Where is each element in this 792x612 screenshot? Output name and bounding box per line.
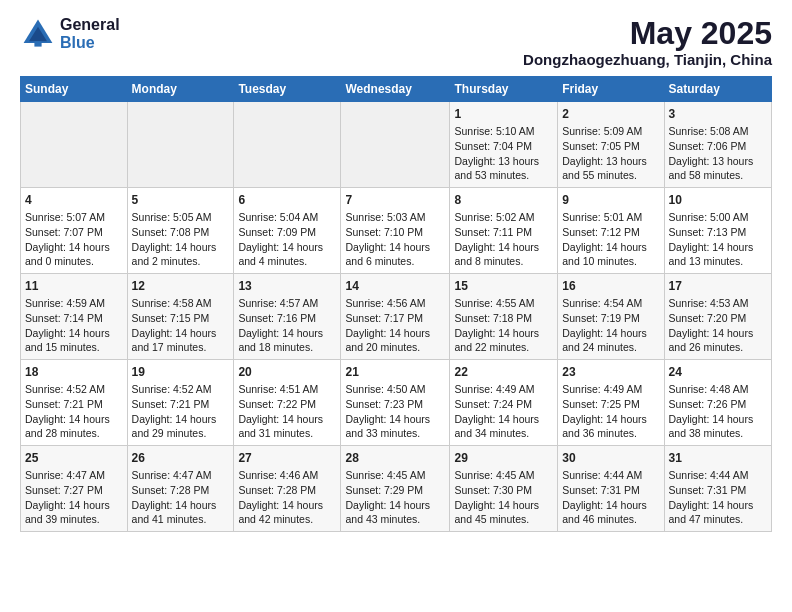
header: General Blue May 2025 Dongzhaogezhuang, … [20,16,772,68]
cell-w5-d2: 27Sunrise: 4:46 AMSunset: 7:28 PMDayligh… [234,445,341,531]
cell-w4-d0: 18Sunrise: 4:52 AMSunset: 7:21 PMDayligh… [21,360,128,446]
cell-w2-d1: 5Sunrise: 5:05 AMSunset: 7:08 PMDaylight… [127,188,234,274]
day-number: 27 [238,450,336,466]
day-info: Sunrise: 4:52 AMSunset: 7:21 PMDaylight:… [25,382,123,441]
cell-w3-d3: 14Sunrise: 4:56 AMSunset: 7:17 PMDayligh… [341,274,450,360]
day-info: Sunrise: 4:57 AMSunset: 7:16 PMDaylight:… [238,296,336,355]
cell-w2-d5: 9Sunrise: 5:01 AMSunset: 7:12 PMDaylight… [558,188,664,274]
day-info: Sunrise: 5:01 AMSunset: 7:12 PMDaylight:… [562,210,659,269]
day-info: Sunrise: 5:05 AMSunset: 7:08 PMDaylight:… [132,210,230,269]
cell-w1-d5: 2Sunrise: 5:09 AMSunset: 7:05 PMDaylight… [558,102,664,188]
day-number: 22 [454,364,553,380]
cell-w3-d5: 16Sunrise: 4:54 AMSunset: 7:19 PMDayligh… [558,274,664,360]
cell-w1-d4: 1Sunrise: 5:10 AMSunset: 7:04 PMDaylight… [450,102,558,188]
title-block: May 2025 Dongzhaogezhuang, Tianjin, Chin… [523,16,772,68]
day-number: 18 [25,364,123,380]
day-number: 2 [562,106,659,122]
day-number: 4 [25,192,123,208]
day-info: Sunrise: 4:45 AMSunset: 7:30 PMDaylight:… [454,468,553,527]
day-number: 26 [132,450,230,466]
week-row-1: 1Sunrise: 5:10 AMSunset: 7:04 PMDaylight… [21,102,772,188]
location: Dongzhaogezhuang, Tianjin, China [523,51,772,68]
cell-w1-d0 [21,102,128,188]
logo-general: General [60,16,120,34]
day-info: Sunrise: 4:50 AMSunset: 7:23 PMDaylight:… [345,382,445,441]
day-number: 21 [345,364,445,380]
day-info: Sunrise: 5:09 AMSunset: 7:05 PMDaylight:… [562,124,659,183]
day-info: Sunrise: 5:04 AMSunset: 7:09 PMDaylight:… [238,210,336,269]
day-number: 16 [562,278,659,294]
day-info: Sunrise: 4:49 AMSunset: 7:25 PMDaylight:… [562,382,659,441]
col-wednesday: Wednesday [341,77,450,102]
cell-w4-d6: 24Sunrise: 4:48 AMSunset: 7:26 PMDayligh… [664,360,771,446]
day-info: Sunrise: 4:44 AMSunset: 7:31 PMDaylight:… [669,468,767,527]
day-number: 31 [669,450,767,466]
day-number: 9 [562,192,659,208]
day-number: 19 [132,364,230,380]
cell-w4-d2: 20Sunrise: 4:51 AMSunset: 7:22 PMDayligh… [234,360,341,446]
col-friday: Friday [558,77,664,102]
day-info: Sunrise: 5:10 AMSunset: 7:04 PMDaylight:… [454,124,553,183]
day-number: 15 [454,278,553,294]
calendar-table: Sunday Monday Tuesday Wednesday Thursday… [20,76,772,532]
day-info: Sunrise: 5:08 AMSunset: 7:06 PMDaylight:… [669,124,767,183]
cell-w3-d6: 17Sunrise: 4:53 AMSunset: 7:20 PMDayligh… [664,274,771,360]
cell-w1-d6: 3Sunrise: 5:08 AMSunset: 7:06 PMDaylight… [664,102,771,188]
day-info: Sunrise: 4:54 AMSunset: 7:19 PMDaylight:… [562,296,659,355]
cell-w5-d6: 31Sunrise: 4:44 AMSunset: 7:31 PMDayligh… [664,445,771,531]
week-row-4: 18Sunrise: 4:52 AMSunset: 7:21 PMDayligh… [21,360,772,446]
logo: General Blue [20,16,120,52]
cell-w3-d4: 15Sunrise: 4:55 AMSunset: 7:18 PMDayligh… [450,274,558,360]
day-info: Sunrise: 4:58 AMSunset: 7:15 PMDaylight:… [132,296,230,355]
day-number: 8 [454,192,553,208]
cell-w4-d5: 23Sunrise: 4:49 AMSunset: 7:25 PMDayligh… [558,360,664,446]
logo-icon [20,16,56,52]
day-number: 30 [562,450,659,466]
cell-w4-d3: 21Sunrise: 4:50 AMSunset: 7:23 PMDayligh… [341,360,450,446]
cell-w5-d5: 30Sunrise: 4:44 AMSunset: 7:31 PMDayligh… [558,445,664,531]
cell-w5-d0: 25Sunrise: 4:47 AMSunset: 7:27 PMDayligh… [21,445,128,531]
week-row-3: 11Sunrise: 4:59 AMSunset: 7:14 PMDayligh… [21,274,772,360]
week-row-2: 4Sunrise: 5:07 AMSunset: 7:07 PMDaylight… [21,188,772,274]
day-number: 10 [669,192,767,208]
day-info: Sunrise: 4:53 AMSunset: 7:20 PMDaylight:… [669,296,767,355]
day-number: 14 [345,278,445,294]
day-info: Sunrise: 4:51 AMSunset: 7:22 PMDaylight:… [238,382,336,441]
week-row-5: 25Sunrise: 4:47 AMSunset: 7:27 PMDayligh… [21,445,772,531]
day-number: 6 [238,192,336,208]
col-tuesday: Tuesday [234,77,341,102]
cell-w5-d1: 26Sunrise: 4:47 AMSunset: 7:28 PMDayligh… [127,445,234,531]
col-monday: Monday [127,77,234,102]
cell-w2-d6: 10Sunrise: 5:00 AMSunset: 7:13 PMDayligh… [664,188,771,274]
day-number: 13 [238,278,336,294]
day-info: Sunrise: 4:56 AMSunset: 7:17 PMDaylight:… [345,296,445,355]
day-info: Sunrise: 4:47 AMSunset: 7:27 PMDaylight:… [25,468,123,527]
day-number: 7 [345,192,445,208]
logo-blue: Blue [60,34,120,52]
col-sunday: Sunday [21,77,128,102]
cell-w3-d2: 13Sunrise: 4:57 AMSunset: 7:16 PMDayligh… [234,274,341,360]
cell-w1-d2 [234,102,341,188]
day-number: 20 [238,364,336,380]
day-info: Sunrise: 5:00 AMSunset: 7:13 PMDaylight:… [669,210,767,269]
cell-w3-d1: 12Sunrise: 4:58 AMSunset: 7:15 PMDayligh… [127,274,234,360]
cell-w4-d4: 22Sunrise: 4:49 AMSunset: 7:24 PMDayligh… [450,360,558,446]
day-number: 29 [454,450,553,466]
day-info: Sunrise: 4:55 AMSunset: 7:18 PMDaylight:… [454,296,553,355]
cell-w1-d3 [341,102,450,188]
day-number: 28 [345,450,445,466]
day-info: Sunrise: 4:52 AMSunset: 7:21 PMDaylight:… [132,382,230,441]
day-number: 5 [132,192,230,208]
logo-text: General Blue [60,16,120,51]
day-info: Sunrise: 4:48 AMSunset: 7:26 PMDaylight:… [669,382,767,441]
cell-w3-d0: 11Sunrise: 4:59 AMSunset: 7:14 PMDayligh… [21,274,128,360]
col-thursday: Thursday [450,77,558,102]
day-info: Sunrise: 5:07 AMSunset: 7:07 PMDaylight:… [25,210,123,269]
day-number: 25 [25,450,123,466]
svg-rect-2 [34,41,41,46]
day-info: Sunrise: 4:47 AMSunset: 7:28 PMDaylight:… [132,468,230,527]
day-number: 23 [562,364,659,380]
day-number: 17 [669,278,767,294]
day-info: Sunrise: 4:46 AMSunset: 7:28 PMDaylight:… [238,468,336,527]
day-info: Sunrise: 4:44 AMSunset: 7:31 PMDaylight:… [562,468,659,527]
